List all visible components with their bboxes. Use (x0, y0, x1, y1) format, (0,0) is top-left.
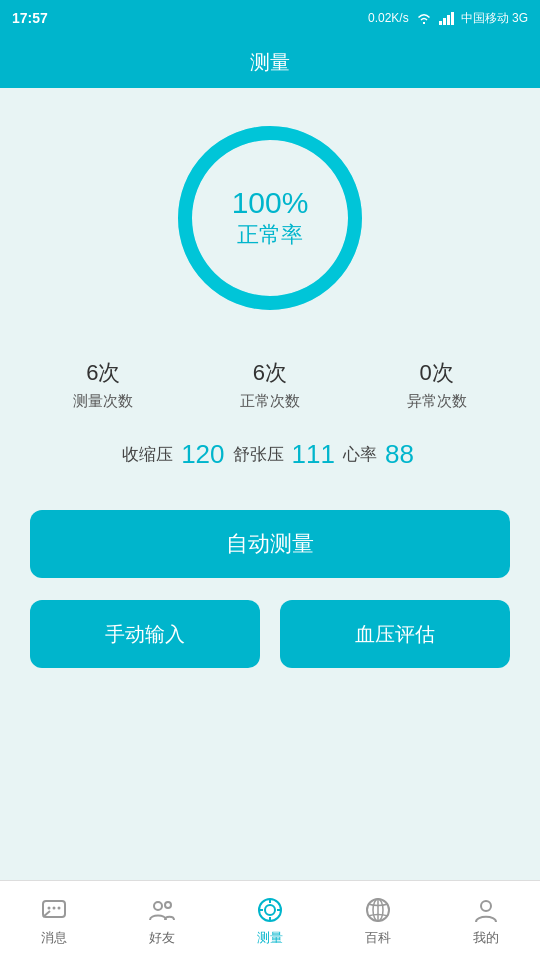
status-right: 0.02K/s 中国移动 3G (368, 10, 528, 27)
nav-encyclopedia[interactable]: 百科 (324, 895, 432, 947)
wifi-icon (415, 11, 433, 25)
app-header: 测量 (0, 36, 540, 88)
signal-icon (439, 11, 455, 25)
evaluate-button[interactable]: 血压评估 (280, 600, 510, 668)
total-count: 6次 (86, 358, 120, 388)
svg-rect-0 (439, 21, 442, 25)
stat-normal: 6次 正常次数 (240, 358, 300, 411)
svg-point-8 (53, 906, 56, 909)
nav-friends[interactable]: 好友 (108, 895, 216, 947)
manual-input-button[interactable]: 手动输入 (30, 600, 260, 668)
normal-label: 正常次数 (240, 392, 300, 411)
nav-message-label: 消息 (41, 929, 67, 947)
abnormal-label: 异常次数 (407, 392, 467, 411)
svg-point-11 (165, 902, 171, 908)
nav-profile-label: 我的 (473, 929, 499, 947)
diastolic-label: 舒张压 (233, 443, 284, 466)
main-content: 100% 正常率 6次 测量次数 6次 正常次数 0次 异常次数 收缩压 120… (0, 88, 540, 880)
heart-label: 心率 (343, 443, 377, 466)
stat-total: 6次 测量次数 (73, 358, 133, 411)
encyclopedia-icon (363, 895, 393, 925)
total-label: 测量次数 (73, 392, 133, 411)
svg-point-10 (154, 902, 162, 910)
normal-count: 6次 (253, 358, 287, 388)
rate-label: 正常率 (232, 220, 309, 250)
profile-icon (471, 895, 501, 925)
diastolic-value: 111 (292, 439, 335, 470)
svg-point-13 (265, 905, 275, 915)
friends-icon (147, 895, 177, 925)
stats-row: 6次 测量次数 6次 正常次数 0次 异常次数 (20, 358, 520, 411)
carrier: 中国移动 3G (461, 10, 528, 27)
svg-rect-2 (447, 15, 450, 25)
heart-value: 88 (385, 439, 414, 470)
svg-point-21 (481, 901, 491, 911)
systolic-label: 收缩压 (122, 443, 173, 466)
message-icon (39, 895, 69, 925)
nav-measure-label: 测量 (257, 929, 283, 947)
svg-point-9 (58, 906, 61, 909)
normal-rate-circle: 100% 正常率 (170, 118, 370, 318)
nav-encyclopedia-label: 百科 (365, 929, 391, 947)
svg-rect-1 (443, 18, 446, 25)
nav-profile[interactable]: 我的 (432, 895, 540, 947)
nav-friends-label: 好友 (149, 929, 175, 947)
button-row: 手动输入 血压评估 (30, 600, 510, 668)
nav-measure[interactable]: 测量 (216, 895, 324, 947)
svg-rect-3 (451, 12, 454, 25)
bp-row: 收缩压 120 舒张压 111 心率 88 (122, 439, 418, 470)
status-bar: 17:57 0.02K/s 中国移动 3G (0, 0, 540, 36)
systolic-value: 120 (181, 439, 224, 470)
status-time: 17:57 (12, 10, 48, 26)
bottom-nav: 消息 好友 测量 (0, 880, 540, 960)
svg-point-7 (48, 906, 51, 909)
percent-value: 100% (232, 186, 309, 220)
nav-message[interactable]: 消息 (0, 895, 108, 947)
page-title: 测量 (250, 49, 290, 76)
auto-measure-button[interactable]: 自动测量 (30, 510, 510, 578)
abnormal-count: 0次 (420, 358, 454, 388)
circle-text: 100% 正常率 (232, 186, 309, 250)
network-speed: 0.02K/s (368, 11, 409, 25)
measure-icon (255, 895, 285, 925)
stat-abnormal: 0次 异常次数 (407, 358, 467, 411)
